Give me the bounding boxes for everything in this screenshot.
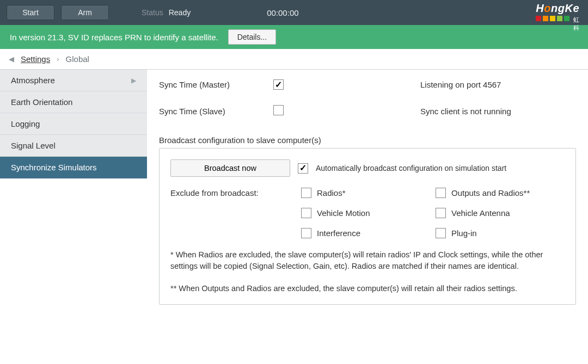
sync-master-row: Sync Time (Master) Listening on port 456… — [159, 79, 576, 90]
broadcast-section: Broadcast configuration to slave compute… — [159, 132, 576, 305]
exclude-plugin-checkbox[interactable] — [436, 228, 446, 238]
exclude-interference-checkbox[interactable] — [301, 228, 311, 238]
breadcrumb: ◀ Settings › Global — [0, 49, 588, 70]
exclude-plugin-label: Plug-in — [451, 229, 477, 238]
status-value: Ready — [169, 8, 191, 17]
breadcrumb-global: Global — [66, 54, 89, 64]
brand-logo: HongKe 虹科 — [536, 2, 579, 21]
start-button[interactable]: Start — [7, 5, 54, 20]
sidebar-item-signal-level[interactable]: Signal Level — [0, 135, 147, 157]
sync-slave-checkbox[interactable] — [273, 105, 284, 115]
sidebar-item-logging[interactable]: Logging — [0, 113, 147, 135]
broadcast-panel: Broadcast now Automatically broadcast co… — [159, 148, 576, 305]
brand-sub: 虹科 — [573, 16, 579, 21]
exclude-vehicle-antenna-checkbox[interactable] — [436, 208, 446, 218]
notice-bar: In version 21.3, SV ID replaces PRN to i… — [0, 25, 588, 49]
exclude-radios-label: Radios* — [317, 188, 346, 198]
exclude-plugin[interactable]: Plug-in — [436, 228, 565, 238]
footnote-outputs-radios: ** When Outputs and Radios are excluded,… — [170, 283, 565, 294]
sidebar-item-synchronize-simulators[interactable]: Synchronize Simulators — [0, 157, 147, 178]
sync-master-checkbox[interactable] — [273, 79, 284, 90]
exclude-vehicle-antenna[interactable]: Vehicle Antenna — [436, 208, 565, 218]
sidebar-item-earth-orientation[interactable]: Earth Orientation — [0, 91, 147, 113]
exclude-interference[interactable]: Interference — [301, 228, 430, 238]
breadcrumb-back-icon[interactable]: ◀ — [9, 55, 14, 63]
sidebar-item-label: Synchronize Simulators — [11, 163, 97, 172]
breadcrumb-separator-icon: › — [57, 55, 59, 63]
exclude-interference-label: Interference — [317, 229, 360, 238]
details-button[interactable]: Details... — [228, 29, 276, 45]
main: Atmosphere ▶ Earth Orientation Logging S… — [0, 70, 588, 326]
sidebar-item-label: Atmosphere — [11, 76, 55, 85]
exclude-vehicle-motion[interactable]: Vehicle Motion — [301, 208, 430, 218]
content: Sync Time (Master) Listening on port 456… — [147, 70, 588, 326]
sync-slave-row: Sync Time (Slave) Sync client is not run… — [159, 105, 576, 117]
sidebar: Atmosphere ▶ Earth Orientation Logging S… — [0, 70, 147, 326]
broadcast-row: Broadcast now Automatically broadcast co… — [170, 159, 565, 177]
exclude-vehicle-motion-checkbox[interactable] — [301, 208, 311, 218]
exclude-label: Exclude from broadcast: — [170, 188, 296, 198]
sidebar-item-label: Signal Level — [11, 141, 56, 150]
auto-broadcast-label: Automatically broadcast configuration on… — [316, 164, 506, 172]
status-label: Status — [142, 8, 163, 17]
chevron-right-icon: ▶ — [131, 77, 136, 84]
exclude-outputs-radios-label: Outputs and Radios** — [451, 188, 530, 198]
sync-slave-status: Sync client is not running — [420, 107, 511, 116]
timer: 00:00:00 — [267, 8, 298, 17]
sync-slave-label: Sync Time (Slave) — [159, 107, 273, 116]
sidebar-item-label: Earth Orientation — [11, 97, 72, 107]
sync-master-status: Listening on port 4567 — [420, 80, 501, 89]
brand-wordmark: HongKe — [536, 2, 579, 15]
sidebar-item-atmosphere[interactable]: Atmosphere ▶ — [0, 70, 147, 91]
arm-button[interactable]: Arm — [61, 5, 109, 20]
exclude-radios-checkbox[interactable] — [301, 188, 311, 198]
exclude-vehicle-motion-label: Vehicle Motion — [317, 208, 370, 218]
notice-text: In version 21.3, SV ID replaces PRN to i… — [10, 33, 218, 42]
sync-master-label: Sync Time (Master) — [159, 80, 273, 89]
broadcast-now-button[interactable]: Broadcast now — [170, 159, 290, 177]
exclude-vehicle-antenna-label: Vehicle Antenna — [451, 208, 510, 218]
exclude-radios[interactable]: Radios* — [301, 188, 430, 198]
topbar: Start Arm Status Ready 00:00:00 HongKe 虹… — [0, 0, 588, 25]
exclude-grid: Exclude from broadcast: Radios* Outputs … — [170, 188, 565, 238]
breadcrumb-settings[interactable]: Settings — [21, 54, 50, 64]
broadcast-section-title: Broadcast configuration to slave compute… — [159, 135, 576, 145]
footnote-radios: * When Radios are excluded, the slave co… — [170, 249, 565, 272]
auto-broadcast-checkbox[interactable] — [298, 163, 308, 174]
brand-colorbar: 虹科 — [536, 16, 579, 21]
exclude-outputs-radios-checkbox[interactable] — [436, 188, 446, 198]
sidebar-item-label: Logging — [11, 119, 40, 128]
exclude-outputs-radios[interactable]: Outputs and Radios** — [436, 188, 565, 198]
